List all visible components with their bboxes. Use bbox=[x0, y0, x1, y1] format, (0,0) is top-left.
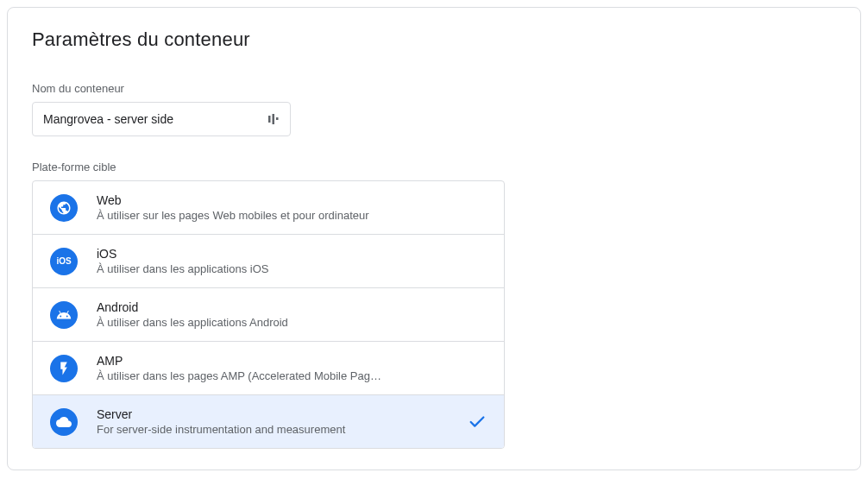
ios-icon: iOS bbox=[50, 248, 78, 275]
platform-option-server[interactable]: Server For server-side instrumentation a… bbox=[33, 395, 504, 448]
android-icon bbox=[50, 301, 78, 329]
platform-name: Web bbox=[97, 193, 487, 207]
web-icon bbox=[50, 194, 78, 222]
platform-name: Android bbox=[97, 300, 487, 314]
svg-rect-0 bbox=[268, 116, 271, 123]
platform-option-amp[interactable]: AMP À utiliser dans les pages AMP (Accel… bbox=[33, 342, 504, 395]
platform-text: Web À utiliser sur les pages Web mobiles… bbox=[97, 193, 487, 222]
platform-option-ios[interactable]: iOS iOS À utiliser dans les applications… bbox=[33, 235, 504, 288]
platform-option-web[interactable]: Web À utiliser sur les pages Web mobiles… bbox=[33, 181, 504, 235]
platform-text: Server For server-side instrumentation a… bbox=[97, 407, 457, 436]
check-icon bbox=[468, 413, 487, 432]
container-settings-card: Paramètres du conteneur Nom du conteneur… bbox=[7, 7, 861, 470]
page-title: Paramètres du conteneur bbox=[32, 28, 836, 51]
platform-option-android[interactable]: Android À utiliser dans les applications… bbox=[33, 288, 504, 342]
svg-rect-2 bbox=[276, 117, 279, 120]
cloud-icon bbox=[50, 408, 78, 436]
platform-description: À utiliser dans les applications iOS bbox=[97, 262, 487, 275]
platform-name: Server bbox=[97, 407, 457, 421]
platform-text: iOS À utiliser dans les applications iOS bbox=[97, 247, 487, 275]
platform-label: Plate-forme cible bbox=[32, 161, 836, 173]
platform-list: Web À utiliser sur les pages Web mobiles… bbox=[32, 180, 505, 449]
container-name-label: Nom du conteneur bbox=[32, 82, 836, 95]
platform-description: For server-side instrumentation and meas… bbox=[97, 423, 457, 436]
platform-text: Android À utiliser dans les applications… bbox=[97, 300, 487, 329]
platform-description: À utiliser sur les pages Web mobiles et … bbox=[97, 209, 487, 222]
container-name-field-wrapper bbox=[32, 102, 291, 136]
platform-text: AMP À utiliser dans les pages AMP (Accel… bbox=[97, 354, 487, 382]
platform-name: AMP bbox=[97, 354, 487, 368]
platform-description: À utiliser dans les pages AMP (Accelerat… bbox=[97, 369, 487, 382]
amp-icon bbox=[50, 355, 78, 382]
svg-rect-1 bbox=[273, 114, 275, 124]
bar-chart-icon bbox=[267, 112, 280, 126]
platform-description: À utiliser dans les applications Android bbox=[97, 316, 487, 329]
container-name-input[interactable] bbox=[32, 102, 291, 136]
platform-name: iOS bbox=[97, 247, 487, 261]
